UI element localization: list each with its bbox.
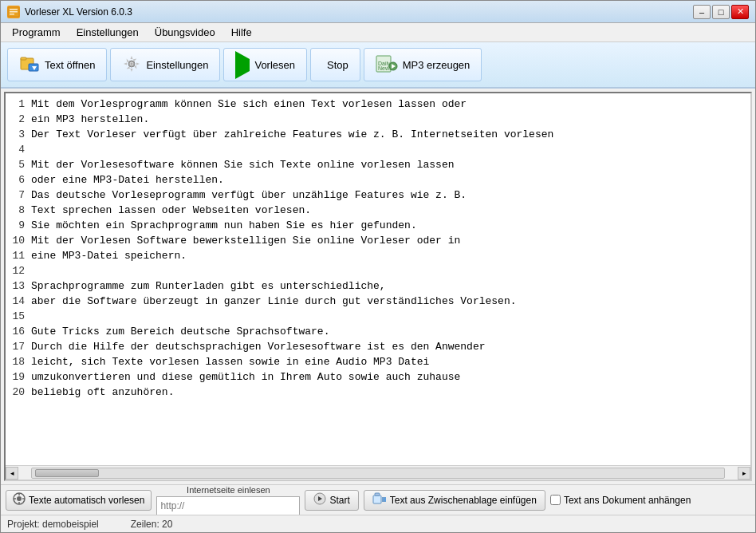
line-number: 4 (9, 142, 31, 157)
text-line: 13Sprachprogramme zum Runterladen gibt e… (9, 278, 747, 294)
stop-label: Stop (327, 59, 348, 71)
close-button[interactable]: ✕ (731, 5, 749, 19)
line-content: Text sprechen lassen oder Webseiten vorl… (31, 203, 747, 218)
line-content: ein MP3 herstellen. (31, 112, 747, 127)
stop-button[interactable]: Stop (310, 48, 360, 81)
svg-point-10 (131, 62, 133, 65)
horizontal-scrollbar[interactable]: ◂ ▸ (6, 465, 750, 480)
line-number: 6 (9, 172, 31, 188)
line-number: 14 (9, 294, 31, 309)
line-number: 11 (9, 248, 31, 263)
paste-button[interactable]: Text aus Zwischenablage einfügen (364, 490, 545, 511)
url-section: Internetseite einlesen (156, 485, 300, 515)
line-number: 18 (9, 354, 31, 369)
text-line: 14aber die Software überzeugt in ganzer … (9, 294, 747, 309)
line-content: umzukonvertieren und diese gemütlich in … (31, 369, 747, 385)
lines-status: Zeilen: 20 (131, 519, 173, 530)
line-number: 3 (9, 127, 31, 142)
scroll-right-button[interactable]: ▸ (738, 467, 750, 480)
mp3-button[interactable]: Daily News MP3 erzeugen (364, 48, 482, 81)
text-line: 9Sie möchten ein Sprachprogramm nun habe… (9, 218, 747, 233)
svg-rect-20 (373, 495, 381, 503)
line-content: eine MP3-Datei speichern. (31, 248, 747, 263)
auto-read-button[interactable]: Texte automatisch vorlesen (6, 490, 152, 511)
line-content: Sie möchten ein Sprachprogramm nun haben… (31, 218, 747, 233)
title-bar-left: Vorleser XL Version 6.0.3 (7, 6, 132, 18)
scrollbar-track[interactable] (31, 468, 725, 479)
line-number: 12 (9, 263, 31, 278)
line-content (31, 309, 747, 324)
menu-hilfe[interactable]: Hilfe (223, 25, 260, 40)
line-content: Sprachprogramme zum Runterladen gibt es … (31, 278, 747, 294)
svg-rect-3 (10, 14, 14, 15)
text-line: 6oder eine MP3-Datei herstellen. (9, 172, 747, 188)
title-bar: Vorleser XL Version 6.0.3 – □ ✕ (1, 1, 755, 23)
auto-read-label: Texte automatisch vorlesen (29, 495, 144, 506)
text-line: 2ein MP3 herstellen. (9, 112, 747, 127)
line-number: 7 (9, 188, 31, 203)
line-content: Gute Tricks zum Bereich deutsche Sprachs… (31, 324, 747, 339)
scroll-left-button[interactable]: ◂ (6, 467, 18, 480)
settings-label: Einstellungen (146, 59, 208, 71)
line-content (31, 142, 747, 157)
svg-rect-21 (375, 493, 380, 495)
start-label: Start (329, 495, 349, 506)
line-number: 1 (9, 97, 31, 112)
line-content: aber die Software überzeugt in ganzer Li… (31, 294, 747, 309)
settings-button[interactable]: Einstellungen (110, 48, 220, 81)
open-icon (19, 53, 40, 77)
line-content: Mit der Vorlesesoftware können Sie sich … (31, 157, 747, 172)
text-line: 18leicht, sich Texte vorlesen lassen sow… (9, 354, 747, 369)
read-label: Vorlesen (254, 59, 295, 71)
text-line: 8Text sprechen lassen oder Webseiten vor… (9, 203, 747, 218)
main-content-area: 1Mit dem Vorlesprogramm können Sie sich … (4, 92, 752, 481)
append-checkbox[interactable] (550, 495, 561, 505)
project-status: Projekt: demobeispiel (7, 519, 99, 530)
line-content: Das deutsche Vorleseprogramm verfügt übe… (31, 188, 747, 203)
text-line: 7Das deutsche Vorleseprogramm verfügt üb… (9, 188, 747, 203)
scrollbar-thumb[interactable] (35, 469, 99, 477)
line-number: 20 (9, 385, 31, 400)
status-bar: Projekt: demobeispiel Zeilen: 20 (1, 515, 755, 532)
text-line: 10Mit der Vorlesen Software bewerkstelli… (9, 233, 747, 248)
auto-read-icon (13, 492, 26, 507)
menu-bar: Programm Einstellungen Übungsvideo Hilfe (1, 23, 755, 42)
mp3-icon: Daily News (376, 54, 398, 76)
text-line: 16Gute Tricks zum Bereich deutsche Sprac… (9, 324, 747, 339)
maximize-button[interactable]: □ (712, 5, 730, 19)
svg-point-17 (17, 496, 22, 501)
menu-programm[interactable]: Programm (4, 25, 69, 40)
url-input[interactable] (156, 496, 300, 515)
text-line: 1Mit dem Vorlesprogramm können Sie sich … (9, 97, 747, 112)
line-number: 17 (9, 339, 31, 354)
window-controls: – □ ✕ (693, 5, 749, 19)
line-content: Mit dem Vorlesprogramm können Sie sich e… (31, 97, 747, 112)
open-label: Text öffnen (45, 59, 95, 71)
text-line: 15 (9, 309, 747, 324)
text-editor[interactable]: 1Mit dem Vorlesprogramm können Sie sich … (6, 93, 750, 465)
menu-einstellungen[interactable]: Einstellungen (69, 25, 147, 40)
line-content: oder eine MP3-Datei herstellen. (31, 172, 747, 188)
minimize-button[interactable]: – (693, 5, 711, 19)
paste-icon (372, 492, 387, 507)
start-button[interactable]: Start (305, 490, 358, 511)
paste-label: Text aus Zwischenablage einfügen (390, 495, 537, 506)
line-content: Mit der Vorlesen Software bewerkstellige… (31, 233, 747, 248)
append-checkbox-container: Text ans Dokument anhängen (550, 495, 691, 506)
line-number: 15 (9, 309, 31, 324)
line-number: 5 (9, 157, 31, 172)
toolbar: Text öffnen Einstellungen (1, 42, 755, 89)
line-number: 16 (9, 324, 31, 339)
append-label: Text ans Dokument anhängen (564, 495, 691, 506)
line-content: leicht, sich Texte vorlesen lassen sowie… (31, 354, 747, 369)
text-line: 11eine MP3-Datei speichern. (9, 248, 747, 263)
svg-rect-1 (10, 9, 18, 10)
line-number: 2 (9, 112, 31, 127)
url-section-label: Internetseite einlesen (187, 485, 270, 495)
menu-uebungsvideo[interactable]: Übungsvideo (147, 25, 223, 40)
open-button[interactable]: Text öffnen (7, 48, 107, 81)
read-button[interactable]: Vorlesen (223, 48, 307, 81)
bottom-bar: Texte automatisch vorlesen Internetseite… (1, 484, 755, 515)
line-number: 19 (9, 369, 31, 385)
line-content (31, 263, 747, 278)
